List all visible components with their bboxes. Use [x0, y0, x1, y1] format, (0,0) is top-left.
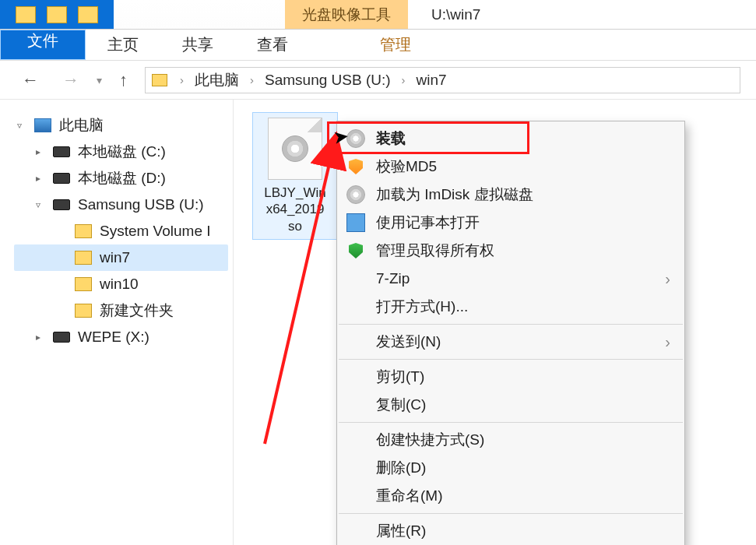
- blank-icon: [346, 396, 365, 414]
- ctx-label: 属性(R): [376, 521, 670, 541]
- ctx-copy[interactable]: 复制(C): [337, 391, 684, 419]
- ctx-mount[interactable]: 装载: [337, 125, 684, 153]
- tab-home[interactable]: 主页: [86, 30, 160, 60]
- disc-icon: [346, 185, 365, 204]
- twisty-icon[interactable]: ▿: [36, 199, 45, 210]
- ribbon-tabs: 文件 主页 共享 查看 管理: [0, 30, 756, 61]
- file-item-iso[interactable]: LBJY_Win x64_2019 so: [252, 112, 338, 240]
- nav-back-button[interactable]: ←: [16, 67, 45, 93]
- tree-item-drive-wepe[interactable]: ▸ WEPE (X:): [14, 324, 228, 350]
- file-name: LBJY_Win x64_2019 so: [264, 185, 325, 234]
- ctx-label: 7-Zip: [376, 270, 654, 287]
- tree-root-this-pc[interactable]: ▿ 此电脑: [14, 112, 228, 139]
- ctx-open-with[interactable]: 打开方式(H)...: [337, 293, 684, 321]
- ctx-admin-ownership[interactable]: 管理员取得所有权: [337, 237, 684, 265]
- tree-item-folder[interactable]: 新建文件夹: [14, 297, 228, 324]
- pc-icon: [34, 118, 51, 132]
- tab-manage[interactable]: 管理: [358, 30, 433, 60]
- tree-item-folder[interactable]: System Volume I: [14, 218, 228, 244]
- breadcrumb-segment[interactable]: 此电脑: [192, 69, 242, 92]
- separator: [339, 324, 683, 325]
- ctx-cut[interactable]: 剪切(T): [337, 363, 684, 391]
- tree-item-folder[interactable]: win10: [14, 271, 228, 297]
- twisty-icon[interactable]: ▸: [36, 332, 45, 343]
- separator: [339, 422, 683, 423]
- nav-forward-button[interactable]: →: [56, 67, 86, 93]
- twisty-icon[interactable]: ▸: [36, 146, 45, 157]
- breadcrumb[interactable]: › 此电脑 › Samsung USB (U:) › win7: [145, 67, 740, 93]
- ctx-send-to[interactable]: 发送到(N) ›: [337, 328, 684, 356]
- nav-tree: ▿ 此电脑 ▸ 本地磁盘 (C:) ▸ 本地磁盘 (D:) ▿ Samsung …: [0, 100, 234, 545]
- qat-icon[interactable]: [78, 6, 98, 23]
- context-menu: 装载 校验MD5 加载为 ImDisk 虚拟磁盘 使用记事本打开 管理员取得所有…: [336, 121, 685, 545]
- folder-icon: [75, 304, 92, 318]
- tree-label: 本地磁盘 (C:): [78, 142, 166, 162]
- ctx-notepad[interactable]: 使用记事本打开: [337, 209, 684, 237]
- iso-file-icon: [268, 118, 322, 180]
- blank-icon: [346, 522, 365, 540]
- ctx-7zip[interactable]: 7-Zip ›: [337, 265, 684, 293]
- file-name-line: so: [288, 219, 302, 234]
- contextual-tab-disc-image: 光盘映像工具: [285, 0, 408, 29]
- ctx-label: 打开方式(H)...: [376, 297, 670, 317]
- chevron-right-icon[interactable]: ›: [245, 73, 258, 86]
- file-name-line: x64_2019: [266, 202, 325, 216]
- folder-icon: [75, 224, 92, 238]
- navbar: ← → ▾ ↑ › 此电脑 › Samsung USB (U:) › win7: [0, 61, 756, 100]
- tree-label: win7: [100, 249, 130, 266]
- tree-label: win10: [100, 276, 139, 293]
- drive-icon: [53, 146, 70, 157]
- tab-file[interactable]: 文件: [0, 30, 86, 60]
- folder-icon: [152, 74, 167, 86]
- qat-icon[interactable]: [47, 6, 67, 23]
- ctx-delete[interactable]: 删除(D): [337, 454, 684, 482]
- ctx-check-md5[interactable]: 校验MD5: [337, 153, 684, 181]
- chevron-right-icon[interactable]: ›: [397, 73, 410, 86]
- chevron-right-icon[interactable]: ›: [175, 73, 188, 86]
- tree-label: System Volume I: [100, 223, 211, 240]
- qat-icon[interactable]: [16, 6, 36, 23]
- tree-label: Samsung USB (U:): [78, 196, 204, 213]
- tree-item-drive-d[interactable]: ▸ 本地磁盘 (D:): [14, 165, 228, 192]
- tree-item-folder-win7[interactable]: win7: [14, 244, 228, 271]
- notepad-icon: [346, 213, 365, 232]
- tree-label: 此电脑: [59, 115, 104, 135]
- tab-view[interactable]: 查看: [235, 30, 310, 60]
- ctx-properties[interactable]: 属性(R): [337, 517, 684, 545]
- blank-icon: [346, 431, 365, 449]
- ctx-label: 加载为 ImDisk 虚拟磁盘: [376, 185, 670, 205]
- disc-icon: [346, 129, 365, 148]
- chevron-right-icon: ›: [665, 270, 670, 288]
- tree-label: 本地磁盘 (D:): [78, 168, 166, 188]
- twisty-icon[interactable]: ▿: [17, 120, 26, 131]
- tab-share[interactable]: 共享: [160, 30, 235, 60]
- blank-icon: [346, 332, 365, 351]
- separator: [339, 513, 683, 514]
- shield-icon: [346, 241, 365, 260]
- breadcrumb-segment[interactable]: win7: [413, 70, 450, 90]
- tree-item-drive-u[interactable]: ▿ Samsung USB (U:): [14, 192, 228, 218]
- nav-history-dropdown[interactable]: ▾: [97, 74, 102, 86]
- ctx-label: 重命名(M): [376, 486, 670, 506]
- ctx-label: 校验MD5: [376, 156, 670, 177]
- tree-label: WEPE (X:): [78, 329, 149, 346]
- ctx-label: 创建快捷方式(S): [376, 430, 670, 450]
- titlebar: 光盘映像工具 U:\win7: [0, 0, 756, 30]
- shield-icon: [346, 157, 365, 176]
- blank-icon: [346, 269, 365, 288]
- separator: [339, 359, 683, 360]
- ctx-label: 剪切(T): [376, 367, 670, 387]
- blank-icon: [346, 297, 365, 316]
- window-title: U:\win7: [408, 0, 756, 29]
- drive-icon: [53, 199, 70, 210]
- ctx-imdisk[interactable]: 加载为 ImDisk 虚拟磁盘: [337, 181, 684, 209]
- breadcrumb-segment[interactable]: Samsung USB (U:): [262, 70, 394, 90]
- file-name-line: LBJY_Win: [264, 185, 325, 200]
- ctx-label: 删除(D): [376, 458, 670, 478]
- tree-item-drive-c[interactable]: ▸ 本地磁盘 (C:): [14, 139, 228, 165]
- nav-up-button[interactable]: ↑: [113, 67, 134, 93]
- twisty-icon[interactable]: ▸: [36, 173, 45, 184]
- ctx-create-shortcut[interactable]: 创建快捷方式(S): [337, 426, 684, 454]
- ctx-rename[interactable]: 重命名(M): [337, 482, 684, 510]
- ctx-label: 装载: [376, 128, 670, 149]
